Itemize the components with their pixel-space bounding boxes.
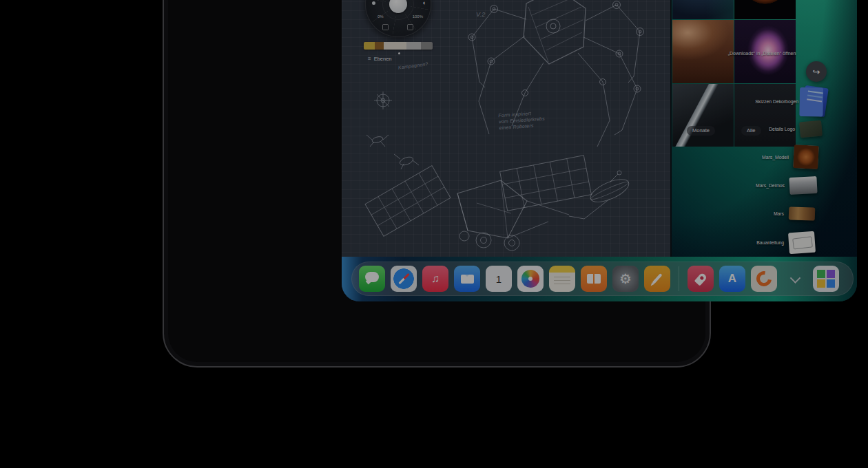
app-icon-app-library[interactable]: [813, 266, 839, 292]
handwritten-note-version: V.2: [476, 11, 485, 19]
segment-all[interactable]: Alle: [741, 126, 761, 136]
note-line: eines Roboters: [499, 123, 533, 129]
photo-spacecraft-thumbnail[interactable]: [672, 84, 734, 147]
drag-item-thumbnail: [799, 120, 823, 138]
concepts-app-window: ⊞ Konzepte_Bau… ≡ 59% 90° PRO ↓ ↑ ⚙ ?: [342, 0, 670, 257]
app-icon-concepts[interactable]: [751, 266, 777, 292]
appstore-a-icon: A: [719, 266, 745, 292]
share-forward-icon: ↪: [813, 67, 820, 76]
photo-mars-thumbnail[interactable]: [734, 0, 796, 19]
drag-item-label: Mars_Deimos: [756, 183, 785, 188]
drag-item-label: Mars: [774, 211, 784, 216]
drag-item-mars-modell[interactable]: Mars_Modell: [762, 145, 818, 169]
app-icon-books[interactable]: [581, 266, 607, 292]
drawing-canvas[interactable]: auf Sonderseiten vorstellen Kommunikatio…: [342, 0, 670, 257]
drag-item-label: Mars_Modell: [762, 155, 789, 160]
swatch-indicator-dot: [398, 52, 400, 54]
drag-item-thumbnail: [789, 176, 817, 195]
app-icon-mail[interactable]: [454, 266, 480, 292]
ipad-screen: ⊞ Konzepte_Bau… ≡ 59% 90° PRO ↓ ↑ ⚙ ?: [342, 0, 857, 301]
dock-divider: [679, 266, 679, 291]
app-icon-music[interactable]: ♫: [422, 266, 448, 292]
handwritten-note: Form inspiriert vom Einsiedlerkrebs eine…: [498, 110, 545, 131]
drag-item-label: Skizzen Dekorbogen: [755, 99, 798, 104]
drag-item-details-logo[interactable]: Details Logo: [769, 121, 822, 137]
mail-envelope-icon: [454, 266, 480, 292]
segment-months[interactable]: Monate: [687, 126, 715, 136]
app-icon-safari[interactable]: [391, 266, 417, 292]
layers-label: Ebenen: [374, 56, 392, 62]
drag-item-thumbnail: [788, 231, 816, 255]
drag-item-mars-deimos[interactable]: Mars_Deimos: [756, 177, 817, 194]
stage: ⊞ Konzepte_Bau… ≡ 59% 90° PRO ↓ ↑ ⚙ ?: [0, 0, 868, 468]
gear-icon: ⚙: [612, 266, 639, 292]
dock: ♫ 1 ⚙: [351, 262, 854, 296]
image-tool-icon: [382, 24, 389, 30]
color-palette: [364, 42, 433, 50]
app-icon-notes[interactable]: [549, 266, 575, 292]
color-swatch[interactable]: [375, 42, 384, 50]
app-icon-drawing[interactable]: [644, 266, 670, 292]
app-icon-messages[interactable]: [359, 266, 385, 292]
tool-wheel-knob[interactable]: [389, 0, 407, 13]
app-icon-calendar[interactable]: 1: [486, 266, 512, 292]
app-icon-settings[interactable]: ⚙: [612, 266, 639, 292]
contrast-icon: ◐: [423, 0, 426, 6]
drag-item-thumbnail: [789, 206, 816, 220]
app-icon-rocket[interactable]: [688, 266, 714, 292]
drag-item-mars[interactable]: Mars: [774, 207, 815, 220]
open-in-badge: ↪: [806, 61, 827, 82]
chevron-down-icon: [789, 273, 800, 284]
app-icon-appstore[interactable]: A: [719, 266, 745, 292]
app-icon-photos[interactable]: [517, 266, 544, 292]
layers-button[interactable]: ≡ Ebenen: [368, 56, 392, 62]
photo-nebula-thumbnail[interactable]: [672, 0, 734, 19]
dock-collapse-button[interactable]: [787, 266, 803, 292]
rocket-icon: [688, 266, 714, 292]
color-swatch[interactable]: [384, 42, 406, 50]
drag-item-label: Bauanleitung: [756, 240, 784, 245]
pencil-icon: [644, 266, 670, 292]
music-note-icon: ♫: [422, 266, 448, 292]
open-book-icon: [581, 266, 607, 292]
color-swatch[interactable]: [406, 42, 421, 50]
opacity-min-label: 0%: [378, 14, 384, 19]
color-swatch[interactable]: [364, 42, 375, 50]
layers-menu-icon: ≡: [368, 56, 371, 62]
drag-item-label: Details Logo: [769, 127, 795, 131]
drag-item-bauanleitung[interactable]: Bauanleitung: [756, 232, 815, 253]
calendar-day-label: 1: [486, 266, 512, 292]
ipad-device-frame: ⊞ Konzepte_Bau… ≡ 59% 90° PRO ↓ ↑ ⚙ ?: [163, 0, 711, 368]
color-swatch[interactable]: [421, 42, 433, 50]
crop-tool-icon: [407, 24, 413, 30]
brush-dot-icon: [372, 1, 375, 5]
drop-toast: „Downloads“ in „Dateien“ öffnen: [684, 51, 840, 56]
drag-item-thumbnail: [801, 85, 829, 117]
photos-app-window: Monate Alle „Downloads“ in „Dateien“ öff…: [672, 0, 857, 257]
drag-item-skizzen[interactable]: Skizzen Dekorbogen: [755, 87, 827, 116]
drag-item-thumbnail: [793, 145, 819, 169]
opacity-max-label: 100%: [413, 14, 423, 19]
